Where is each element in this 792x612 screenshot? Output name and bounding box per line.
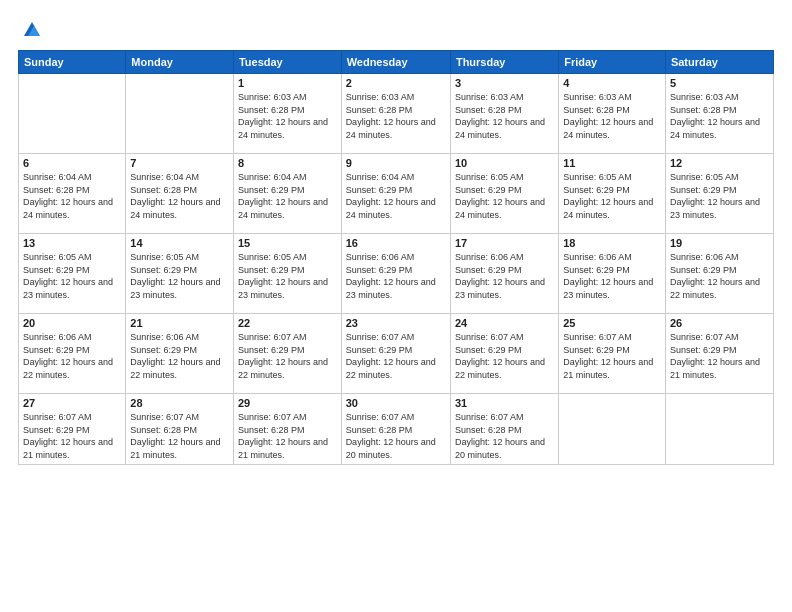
day-info: Sunrise: 6:03 AMSunset: 6:28 PMDaylight:… [670,91,769,141]
calendar-cell [19,74,126,154]
calendar-week-row: 13Sunrise: 6:05 AMSunset: 6:29 PMDayligh… [19,234,774,314]
day-info: Sunrise: 6:03 AMSunset: 6:28 PMDaylight:… [563,91,661,141]
day-number: 25 [563,317,661,329]
day-info: Sunrise: 6:05 AMSunset: 6:29 PMDaylight:… [238,251,337,301]
day-info: Sunrise: 6:04 AMSunset: 6:28 PMDaylight:… [130,171,229,221]
day-info: Sunrise: 6:06 AMSunset: 6:29 PMDaylight:… [346,251,446,301]
day-number: 24 [455,317,554,329]
calendar-cell: 21Sunrise: 6:06 AMSunset: 6:29 PMDayligh… [126,314,234,394]
calendar-header-row: SundayMondayTuesdayWednesdayThursdayFrid… [19,51,774,74]
calendar-header-thursday: Thursday [450,51,558,74]
calendar-cell: 26Sunrise: 6:07 AMSunset: 6:29 PMDayligh… [665,314,773,394]
day-info: Sunrise: 6:07 AMSunset: 6:28 PMDaylight:… [346,411,446,461]
calendar-cell: 7Sunrise: 6:04 AMSunset: 6:28 PMDaylight… [126,154,234,234]
day-info: Sunrise: 6:06 AMSunset: 6:29 PMDaylight:… [670,251,769,301]
day-number: 1 [238,77,337,89]
day-number: 23 [346,317,446,329]
header [18,18,774,40]
day-info: Sunrise: 6:07 AMSunset: 6:28 PMDaylight:… [455,411,554,461]
day-number: 10 [455,157,554,169]
day-info: Sunrise: 6:04 AMSunset: 6:29 PMDaylight:… [238,171,337,221]
calendar-header-sunday: Sunday [19,51,126,74]
calendar-cell: 12Sunrise: 6:05 AMSunset: 6:29 PMDayligh… [665,154,773,234]
calendar-cell: 8Sunrise: 6:04 AMSunset: 6:29 PMDaylight… [233,154,341,234]
calendar-cell: 23Sunrise: 6:07 AMSunset: 6:29 PMDayligh… [341,314,450,394]
day-info: Sunrise: 6:07 AMSunset: 6:29 PMDaylight:… [23,411,121,461]
day-number: 11 [563,157,661,169]
day-number: 13 [23,237,121,249]
day-info: Sunrise: 6:07 AMSunset: 6:29 PMDaylight:… [563,331,661,381]
day-number: 19 [670,237,769,249]
calendar-cell [126,74,234,154]
day-number: 18 [563,237,661,249]
day-info: Sunrise: 6:07 AMSunset: 6:28 PMDaylight:… [238,411,337,461]
calendar-cell [665,394,773,465]
logo [18,18,42,40]
calendar-cell: 30Sunrise: 6:07 AMSunset: 6:28 PMDayligh… [341,394,450,465]
calendar-cell: 1Sunrise: 6:03 AMSunset: 6:28 PMDaylight… [233,74,341,154]
calendar-cell: 9Sunrise: 6:04 AMSunset: 6:29 PMDaylight… [341,154,450,234]
calendar-cell: 5Sunrise: 6:03 AMSunset: 6:28 PMDaylight… [665,74,773,154]
calendar-header-tuesday: Tuesday [233,51,341,74]
calendar-cell: 10Sunrise: 6:05 AMSunset: 6:29 PMDayligh… [450,154,558,234]
calendar-cell: 11Sunrise: 6:05 AMSunset: 6:29 PMDayligh… [559,154,666,234]
calendar-header-wednesday: Wednesday [341,51,450,74]
calendar-header-saturday: Saturday [665,51,773,74]
calendar-week-row: 27Sunrise: 6:07 AMSunset: 6:29 PMDayligh… [19,394,774,465]
day-info: Sunrise: 6:06 AMSunset: 6:29 PMDaylight:… [455,251,554,301]
calendar-cell: 29Sunrise: 6:07 AMSunset: 6:28 PMDayligh… [233,394,341,465]
calendar-cell: 6Sunrise: 6:04 AMSunset: 6:28 PMDaylight… [19,154,126,234]
day-info: Sunrise: 6:07 AMSunset: 6:29 PMDaylight:… [670,331,769,381]
calendar-cell: 4Sunrise: 6:03 AMSunset: 6:28 PMDaylight… [559,74,666,154]
day-info: Sunrise: 6:03 AMSunset: 6:28 PMDaylight:… [346,91,446,141]
day-info: Sunrise: 6:07 AMSunset: 6:29 PMDaylight:… [346,331,446,381]
day-number: 16 [346,237,446,249]
calendar-cell [559,394,666,465]
day-number: 2 [346,77,446,89]
calendar-week-row: 6Sunrise: 6:04 AMSunset: 6:28 PMDaylight… [19,154,774,234]
day-number: 31 [455,397,554,409]
calendar-cell: 3Sunrise: 6:03 AMSunset: 6:28 PMDaylight… [450,74,558,154]
day-info: Sunrise: 6:07 AMSunset: 6:28 PMDaylight:… [130,411,229,461]
day-info: Sunrise: 6:06 AMSunset: 6:29 PMDaylight:… [23,331,121,381]
day-number: 8 [238,157,337,169]
day-number: 6 [23,157,121,169]
calendar-header-monday: Monday [126,51,234,74]
day-info: Sunrise: 6:07 AMSunset: 6:29 PMDaylight:… [455,331,554,381]
day-number: 21 [130,317,229,329]
day-number: 12 [670,157,769,169]
day-info: Sunrise: 6:03 AMSunset: 6:28 PMDaylight:… [455,91,554,141]
day-info: Sunrise: 6:06 AMSunset: 6:29 PMDaylight:… [563,251,661,301]
day-number: 30 [346,397,446,409]
calendar-cell: 31Sunrise: 6:07 AMSunset: 6:28 PMDayligh… [450,394,558,465]
day-info: Sunrise: 6:04 AMSunset: 6:29 PMDaylight:… [346,171,446,221]
day-number: 5 [670,77,769,89]
day-number: 22 [238,317,337,329]
day-number: 9 [346,157,446,169]
day-info: Sunrise: 6:05 AMSunset: 6:29 PMDaylight:… [23,251,121,301]
calendar-cell: 13Sunrise: 6:05 AMSunset: 6:29 PMDayligh… [19,234,126,314]
calendar-cell: 15Sunrise: 6:05 AMSunset: 6:29 PMDayligh… [233,234,341,314]
day-info: Sunrise: 6:03 AMSunset: 6:28 PMDaylight:… [238,91,337,141]
calendar-cell: 28Sunrise: 6:07 AMSunset: 6:28 PMDayligh… [126,394,234,465]
day-number: 15 [238,237,337,249]
day-number: 4 [563,77,661,89]
calendar-cell: 18Sunrise: 6:06 AMSunset: 6:29 PMDayligh… [559,234,666,314]
day-number: 14 [130,237,229,249]
calendar-cell: 27Sunrise: 6:07 AMSunset: 6:29 PMDayligh… [19,394,126,465]
day-number: 27 [23,397,121,409]
calendar-cell: 25Sunrise: 6:07 AMSunset: 6:29 PMDayligh… [559,314,666,394]
calendar-header-friday: Friday [559,51,666,74]
day-info: Sunrise: 6:05 AMSunset: 6:29 PMDaylight:… [670,171,769,221]
calendar-week-row: 1Sunrise: 6:03 AMSunset: 6:28 PMDaylight… [19,74,774,154]
day-number: 17 [455,237,554,249]
day-number: 29 [238,397,337,409]
calendar-cell: 2Sunrise: 6:03 AMSunset: 6:28 PMDaylight… [341,74,450,154]
page: SundayMondayTuesdayWednesdayThursdayFrid… [0,0,792,612]
day-info: Sunrise: 6:05 AMSunset: 6:29 PMDaylight:… [130,251,229,301]
calendar-cell: 24Sunrise: 6:07 AMSunset: 6:29 PMDayligh… [450,314,558,394]
day-info: Sunrise: 6:05 AMSunset: 6:29 PMDaylight:… [563,171,661,221]
day-number: 7 [130,157,229,169]
day-info: Sunrise: 6:07 AMSunset: 6:29 PMDaylight:… [238,331,337,381]
calendar-cell: 14Sunrise: 6:05 AMSunset: 6:29 PMDayligh… [126,234,234,314]
